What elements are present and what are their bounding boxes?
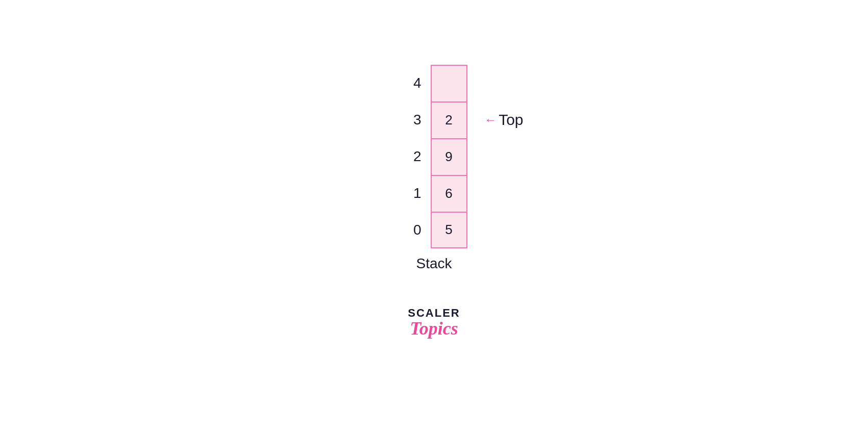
index-0: 0 [401, 222, 421, 238]
index-3: 3 [401, 112, 421, 128]
cell-3: 2 [431, 101, 467, 138]
stack-row-1: 1 6 [401, 175, 467, 212]
main-container: 4 3 2 ← Top 2 9 1 6 [401, 65, 467, 339]
top-label: Top [499, 111, 523, 129]
top-label-container: ← Top [484, 111, 523, 129]
cell-2: 9 [431, 138, 467, 175]
scaler-label: SCALER [408, 308, 460, 319]
index-4: 4 [401, 75, 421, 91]
stack-diagram: 4 3 2 ← Top 2 9 1 6 [401, 65, 467, 272]
stack-row-4: 4 [401, 65, 467, 101]
stack-row-3: 3 2 ← Top [401, 101, 467, 138]
stack-label: Stack [416, 256, 452, 272]
stack-rows: 4 3 2 ← Top 2 9 1 6 [401, 65, 467, 248]
stack-row-0: 0 5 [401, 212, 467, 248]
top-arrow-icon: ← [484, 113, 497, 127]
index-1: 1 [401, 185, 421, 201]
cell-0: 5 [431, 212, 467, 248]
cell-4 [431, 65, 467, 101]
cell-1: 6 [431, 175, 467, 212]
stack-row-2: 2 9 [401, 138, 467, 175]
branding: SCALER Topics [408, 308, 460, 339]
index-2: 2 [401, 148, 421, 165]
topics-label: Topics [410, 319, 458, 339]
